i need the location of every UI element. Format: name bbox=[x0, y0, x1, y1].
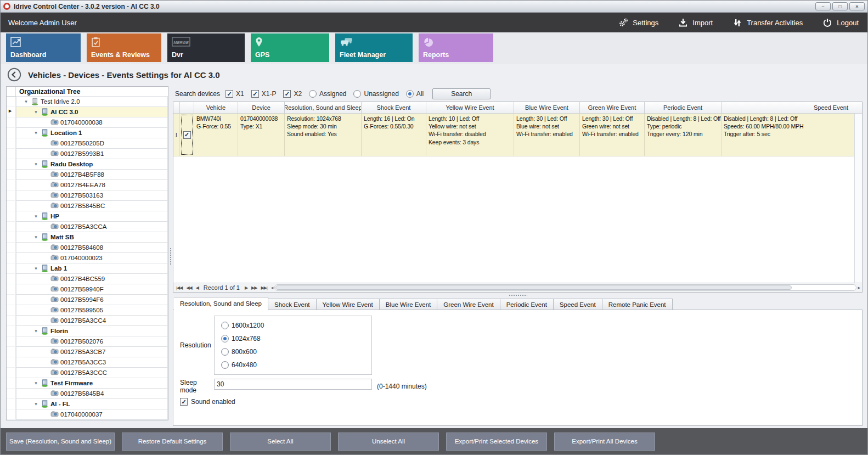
horizontal-splitter[interactable] bbox=[509, 294, 527, 296]
column-header[interactable]: Blue Wire Event bbox=[514, 102, 580, 113]
close-icon[interactable]: × bbox=[849, 2, 865, 10]
footer-button[interactable]: Restore Default Settings bbox=[122, 432, 223, 451]
tree-node-row[interactable]: ▸ ▾ Radu Desktop bbox=[7, 159, 168, 170]
assignment-filter-radio[interactable]: All bbox=[406, 90, 424, 98]
maximize-icon[interactable]: □ bbox=[832, 2, 848, 10]
grid-vertical-scrollbar[interactable] bbox=[854, 114, 862, 283]
resolution-radio[interactable]: 1600x1200 bbox=[221, 322, 371, 329]
device-grid-row[interactable]: I ✓ BMW740iG-Force: 0.55 bbox=[173, 114, 862, 156]
expand-collapse-icon[interactable]: ▾ bbox=[33, 161, 39, 167]
tree-node-row[interactable]: ▸ ▾ 00127B5A3CCC bbox=[7, 368, 168, 378]
topbar-action-button[interactable]: Transfer Activities bbox=[732, 18, 803, 27]
tree-node-row[interactable]: ▸ ▾ 00127B5993B1 bbox=[7, 149, 168, 159]
tree-node-row[interactable]: ▸ ▾ 00127B5A3CC3 bbox=[7, 357, 168, 368]
tree-node-row[interactable]: ▸ ▾ Lab 1 bbox=[7, 263, 168, 274]
scrollbar-track[interactable] bbox=[274, 284, 856, 291]
tree-node-row[interactable]: ▸ ▾ Location 1 bbox=[7, 128, 168, 138]
topbar-action-button[interactable]: Settings bbox=[618, 18, 658, 27]
column-header[interactable]: Vehicle bbox=[194, 102, 238, 113]
tree-node-row[interactable]: ▸ ▾ Al - FL bbox=[7, 399, 168, 409]
search-button[interactable]: Search bbox=[432, 88, 491, 99]
footer-button[interactable]: Select All bbox=[230, 432, 331, 451]
column-header[interactable]: Speed Event bbox=[722, 102, 863, 113]
row-select-checkbox[interactable]: ✓ bbox=[183, 131, 191, 139]
column-header[interactable]: Periodic Event bbox=[645, 102, 722, 113]
row-select-cell[interactable]: ✓ bbox=[180, 114, 194, 156]
back-button[interactable] bbox=[7, 68, 21, 82]
tree-node-row[interactable]: ▸ ▾ Al CC 3.0 bbox=[7, 107, 168, 117]
expand-collapse-icon[interactable]: ▾ bbox=[33, 130, 39, 136]
tree-node-row[interactable]: ▸ ▾ 00127B59940F bbox=[7, 284, 168, 295]
tree-node-row[interactable]: ▸ ▾ Test Idrive 2. bbox=[7, 97, 168, 107]
tree-node-row[interactable]: ▸ ▾ 00127B5845B4 bbox=[7, 389, 168, 399]
scrollbar-thumb[interactable] bbox=[275, 285, 792, 290]
assignment-filter-radio[interactable]: Unassigned bbox=[353, 90, 398, 98]
tree-node-row[interactable]: ▸ ▾ 00127B50205D bbox=[7, 138, 168, 149]
detail-tab[interactable]: Blue Wire Event bbox=[380, 299, 437, 310]
tree-node-row[interactable]: ▸ ▾ 00127B5A3CB7 bbox=[7, 347, 168, 357]
sound-enabled-checkbox[interactable]: ✓ Sound enabled bbox=[180, 398, 862, 406]
detail-tab[interactable]: Remote Panic Event bbox=[602, 299, 673, 310]
vertical-splitter[interactable] bbox=[168, 86, 173, 426]
resolution-radio[interactable]: 800x600 bbox=[221, 348, 371, 356]
column-header[interactable]: Resolution, Sound and Sleep bbox=[285, 102, 362, 113]
prev-page-icon[interactable]: ◀◀ bbox=[186, 285, 191, 290]
tree-node-row[interactable]: ▸ ▾ 00127B5845BC bbox=[7, 201, 168, 211]
column-header[interactable]: Green Wire Event bbox=[580, 102, 645, 113]
device-type-checkbox[interactable]: ✓ X1 bbox=[226, 90, 244, 98]
tree-node-row[interactable]: ▸ ▾ 00127B4BC559 bbox=[7, 274, 168, 284]
prev-record-icon[interactable]: ◀ bbox=[196, 285, 199, 290]
footer-button[interactable]: Export/Print All Devices bbox=[554, 432, 655, 451]
tree-node-row[interactable]: ▸ ▾ 017040000037 bbox=[7, 409, 168, 420]
detail-tab[interactable]: Resolution, Sound and Sleep bbox=[174, 297, 268, 310]
tree-node-row[interactable]: ▸ ▾ 00127B5A3CCA bbox=[7, 222, 168, 232]
tree-node-row[interactable]: ▸ ▾ 017040000038 bbox=[7, 117, 168, 128]
tree-node-row[interactable]: ▸ ▾ Florin bbox=[7, 326, 168, 336]
scroll-left-icon[interactable]: ◂ bbox=[271, 285, 274, 290]
column-header[interactable]: Yellow Wire Event bbox=[426, 102, 514, 113]
expand-collapse-icon[interactable]: ▾ bbox=[33, 380, 39, 386]
expand-collapse-icon[interactable]: ▾ bbox=[33, 328, 39, 334]
resolution-radio[interactable]: 640x480 bbox=[221, 361, 371, 369]
tree-node-row[interactable]: ▸ ▾ Test Firmware bbox=[7, 378, 168, 389]
nav-tab[interactable]: MERGE Reports bbox=[419, 33, 493, 62]
resolution-radio[interactable]: 1024x768 bbox=[221, 335, 371, 342]
detail-tab[interactable]: Yellow Wire Event bbox=[317, 299, 380, 310]
expand-collapse-icon[interactable]: ▾ bbox=[33, 266, 39, 271]
device-type-checkbox[interactable]: ✓ X1-P bbox=[251, 90, 277, 98]
nav-tab[interactable]: MERGE Fleet Manager bbox=[335, 33, 413, 62]
tree-node-row[interactable]: ▸ ▾ 00127B4B5F88 bbox=[7, 170, 168, 180]
tree-node-row[interactable]: ▸ ▾ 00127B5A3CC4 bbox=[7, 316, 168, 326]
topbar-action-button[interactable]: Logout bbox=[822, 18, 859, 27]
footer-button[interactable]: Save (Resolution, Sound and Sleep) bbox=[6, 432, 115, 451]
tree-node-row[interactable]: ▸ ▾ 00127B599505 bbox=[7, 305, 168, 316]
nav-tab[interactable]: MERGE Dvr bbox=[167, 33, 245, 62]
next-page-icon[interactable]: ▶▶ bbox=[251, 285, 257, 290]
tree-node-row[interactable]: ▸ ▾ 00127B5994F6 bbox=[7, 295, 168, 305]
detail-tab[interactable]: Speed Event bbox=[554, 299, 602, 310]
grid-horizontal-scrollbar[interactable]: ◂ ▸ bbox=[271, 284, 860, 291]
tree-node-row[interactable]: ▸ ▾ HP bbox=[7, 211, 168, 222]
footer-button[interactable]: Export/Print Selected Devices bbox=[446, 432, 547, 451]
detail-tab[interactable]: Periodic Event bbox=[500, 299, 554, 310]
sleep-mode-input[interactable] bbox=[214, 379, 372, 390]
expand-collapse-icon[interactable]: ▾ bbox=[33, 234, 39, 240]
footer-button[interactable]: Unselect All bbox=[338, 432, 439, 451]
tree-node-row[interactable]: ▸ ▾ 00127B584608 bbox=[7, 243, 168, 253]
tree-node-row[interactable]: ▸ ▾ 00127B502076 bbox=[7, 336, 168, 347]
scroll-right-icon[interactable]: ▸ bbox=[858, 285, 860, 290]
detail-tab[interactable]: Green Wire Event bbox=[437, 299, 500, 310]
next-record-icon[interactable]: ▶ bbox=[245, 285, 247, 290]
nav-tab[interactable]: MERGE Dashboard bbox=[6, 33, 81, 62]
nav-tab[interactable]: MERGE GPS bbox=[251, 33, 329, 62]
tree-node-row[interactable]: ▸ ▾ 017040000023 bbox=[7, 253, 168, 263]
assignment-filter-radio[interactable]: Assigned bbox=[309, 90, 346, 98]
tree-node-row[interactable]: ▸ ▾ 00127B503163 bbox=[7, 190, 168, 201]
column-header[interactable]: Device bbox=[238, 102, 285, 113]
expand-collapse-icon[interactable]: ▾ bbox=[33, 109, 39, 115]
last-record-icon[interactable]: ▶▶| bbox=[261, 285, 267, 290]
nav-tab[interactable]: MERGE Events & Reviews bbox=[87, 33, 161, 62]
expand-collapse-icon[interactable]: ▾ bbox=[33, 214, 39, 219]
expand-collapse-icon[interactable]: ▾ bbox=[33, 401, 39, 407]
minimize-icon[interactable]: – bbox=[815, 2, 831, 10]
